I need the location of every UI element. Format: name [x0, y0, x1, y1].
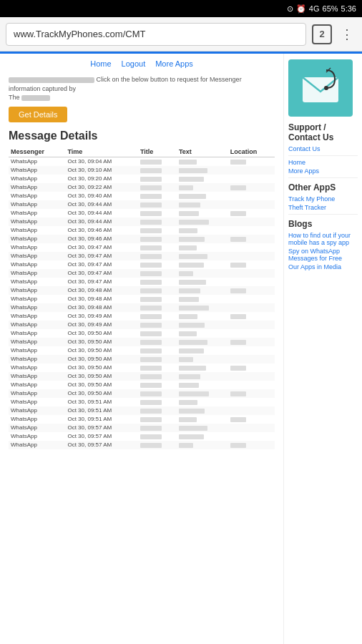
messenger-cell: WhatsApp [9, 260, 65, 269]
text-cell [177, 346, 228, 355]
time-cell: Oct 30, 09:50 AM [65, 381, 138, 389]
text-cell [177, 303, 228, 312]
location-cell [228, 166, 275, 175]
time-cell: Oct 30, 09:04 AM [65, 157, 138, 166]
messenger-cell: WhatsApp [9, 286, 65, 295]
table-row: WhatsAppOct 30, 09:50 AM [9, 364, 275, 372]
table-row: WhatsAppOct 30, 09:49 AM [9, 312, 275, 321]
time-cell: Oct 30, 09:57 AM [65, 441, 138, 449]
text-cell [177, 372, 228, 381]
contact-us-link[interactable]: Contact Us [288, 145, 358, 152]
title-cell [138, 286, 177, 295]
messages-table: Messenger Time Title Text Location Whats… [9, 147, 275, 449]
table-row: WhatsAppOct 30, 09:04 AM [9, 157, 275, 166]
messenger-cell: WhatsApp [9, 364, 65, 372]
time-cell: Oct 30, 09:51 AM [65, 415, 138, 424]
table-row: WhatsAppOct 30, 09:49 AM [9, 321, 275, 329]
messenger-cell: WhatsApp [9, 209, 65, 218]
time-cell: Oct 30, 09:47 AM [65, 278, 138, 286]
location-cell [228, 312, 275, 321]
messenger-cell: WhatsApp [9, 175, 65, 183]
title-cell [138, 235, 177, 243]
table-row: WhatsAppOct 30, 09:57 AM [9, 432, 275, 441]
title-cell [138, 166, 177, 175]
tab-count[interactable]: 2 [312, 24, 332, 44]
time-cell: Oct 30, 09:46 AM [65, 235, 138, 243]
title-cell [138, 372, 177, 381]
blog2-link[interactable]: Spy on WhatsApp Messages for Free [288, 248, 358, 262]
location-cell [228, 381, 275, 389]
time-cell: Oct 30, 09:22 AM [65, 183, 138, 192]
text-cell [177, 269, 228, 278]
table-row: WhatsAppOct 30, 09:50 AM [9, 329, 275, 338]
text-cell [177, 157, 228, 166]
track-my-phone-link[interactable]: Track My Phone [288, 195, 358, 203]
location-cell [228, 372, 275, 381]
more-apps-sidebar-link[interactable]: More Apps [288, 167, 358, 175]
alarm-icon: ⏰ [296, 4, 306, 14]
location-cell [228, 338, 275, 346]
time-cell: Oct 30, 09:44 AM [65, 200, 138, 209]
title-cell [138, 183, 177, 192]
blog3-link[interactable]: Our Apps in Media [288, 263, 358, 270]
table-row: WhatsAppOct 30, 09:50 AM [9, 338, 275, 346]
title-cell [138, 338, 177, 346]
title-cell [138, 381, 177, 389]
title-cell [138, 157, 177, 166]
time-cell: Oct 30, 09:50 AM [65, 364, 138, 372]
messenger-cell: WhatsApp [9, 252, 65, 260]
blog1-link[interactable]: How to find out if your mobile has a spy… [288, 232, 358, 246]
browser-menu-icon[interactable]: ⋮ [338, 24, 356, 45]
text-cell [177, 218, 228, 226]
text-cell [177, 200, 228, 209]
table-row: WhatsAppOct 30, 09:51 AM [9, 415, 275, 424]
time-cell: Oct 30, 09:50 AM [65, 329, 138, 338]
title-cell [138, 269, 177, 278]
email-blur [9, 77, 94, 83]
text-cell [177, 235, 228, 243]
messenger-cell: WhatsApp [9, 200, 65, 209]
messenger-cell: WhatsApp [9, 269, 65, 278]
col-text: Text [177, 147, 228, 157]
messenger-cell: WhatsApp [9, 355, 65, 364]
time-cell: Oct 30, 09:48 AM [65, 295, 138, 303]
table-row: WhatsAppOct 30, 09:40 AM [9, 192, 275, 200]
more-apps-nav-link[interactable]: More Apps [155, 59, 193, 68]
status-bar: ⊙ ⏰ 4G 65% 5:36 [0, 0, 362, 17]
time-cell: Oct 30, 09:57 AM [65, 424, 138, 432]
table-row: WhatsAppOct 30, 09:50 AM [9, 346, 275, 355]
title-cell [138, 209, 177, 218]
title-cell [138, 303, 177, 312]
status-icons: ⊙ ⏰ 4G 65% 5:36 [287, 4, 356, 14]
text-cell [177, 424, 228, 432]
text-cell [177, 183, 228, 192]
col-title: Title [138, 147, 177, 157]
time-cell: Oct 30, 09:49 AM [65, 312, 138, 321]
table-row: WhatsAppOct 30, 09:46 AM [9, 226, 275, 235]
table-row: WhatsAppOct 30, 09:51 AM [9, 398, 275, 406]
messenger-cell: WhatsApp [9, 303, 65, 312]
location-cell [228, 157, 275, 166]
url-bar[interactable]: www.TrackMyPhones.com/CMT [6, 23, 306, 46]
messenger-cell: WhatsApp [9, 312, 65, 321]
home-nav-link[interactable]: Home [90, 59, 111, 68]
location-cell [228, 226, 275, 235]
logout-nav-link[interactable]: Logout [122, 59, 146, 68]
time-cell: Oct 30, 09:51 AM [65, 406, 138, 415]
title-cell [138, 243, 177, 252]
title-cell [138, 389, 177, 398]
location-cell [228, 175, 275, 183]
theft-tracker-link[interactable]: Theft Tracker [288, 204, 358, 211]
text-cell [177, 381, 228, 389]
text-cell [177, 441, 228, 449]
site-info-line2: The [9, 94, 20, 101]
home-sidebar-link[interactable]: Home [288, 159, 358, 166]
time-cell: Oct 30, 09:40 AM [65, 192, 138, 200]
target-icon: ⊙ [287, 4, 293, 14]
get-details-button[interactable]: Get Details [9, 107, 67, 122]
messenger-cell: WhatsApp [9, 346, 65, 355]
text-cell [177, 260, 228, 269]
sidebar: Support / Contact Us Contact Us Home Mor… [283, 54, 362, 644]
messenger-cell: WhatsApp [9, 415, 65, 424]
title-cell [138, 355, 177, 364]
